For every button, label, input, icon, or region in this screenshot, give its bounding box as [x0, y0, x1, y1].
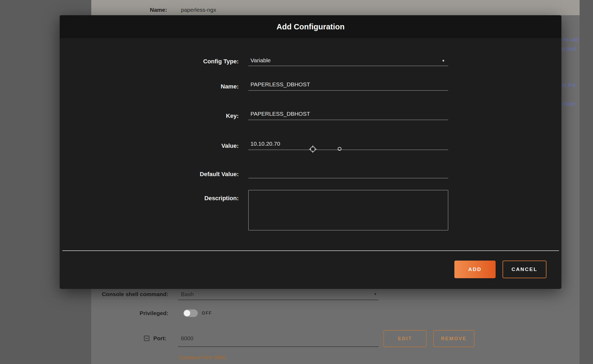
- remove-button[interactable]: REMOVE: [433, 330, 474, 347]
- help-text-fragment: st the: [562, 82, 576, 88]
- crosshair-cursor-icon: [309, 145, 317, 153]
- input-underline: [178, 346, 379, 347]
- default-value-label: Default Value:: [158, 169, 239, 180]
- container-name-label: Name:: [150, 4, 167, 16]
- port-label: Port:: [153, 333, 166, 344]
- input-underline: [178, 300, 379, 300]
- key-input[interactable]: [248, 109, 448, 120]
- name-input[interactable]: [248, 79, 448, 91]
- key-label: Key:: [158, 110, 239, 122]
- circle-cursor-icon: [338, 147, 341, 151]
- privileged-label: Privileged:: [61, 308, 168, 319]
- config-type-selected-value: Variable: [250, 55, 271, 66]
- port-value-field[interactable]: 8000: [181, 333, 193, 344]
- modal-header: Add Configuration: [60, 15, 561, 38]
- name-label: Name:: [158, 81, 239, 92]
- default-value-input[interactable]: [248, 167, 448, 178]
- privileged-toggle[interactable]: [183, 309, 198, 317]
- value-label: Value:: [158, 140, 239, 152]
- container-port-text: Container Port: 8000: [179, 355, 226, 361]
- config-type-label: Config Type:: [158, 56, 239, 67]
- description-label: Description:: [158, 193, 239, 204]
- config-type-select[interactable]: Variable ▼: [248, 55, 448, 66]
- chevron-down-icon: ▼: [442, 59, 445, 63]
- collapse-minus-icon[interactable]: [144, 336, 149, 341]
- help-text-fragment: nsole.: [562, 100, 577, 107]
- container-name-value: paperless-ngx: [181, 4, 216, 16]
- value-input[interactable]: [248, 139, 448, 150]
- modal-title: Add Configuration: [60, 15, 561, 38]
- chevron-down-icon[interactable]: ▼: [374, 292, 377, 296]
- console-shell-label: Console shell command:: [61, 289, 168, 300]
- help-text-fragment: g and: [562, 45, 576, 52]
- help-text-fragment: ou can: [562, 36, 579, 42]
- footer-divider: [62, 250, 559, 251]
- description-textarea[interactable]: [248, 190, 448, 230]
- toggle-knob-icon: [184, 310, 190, 316]
- console-shell-select[interactable]: Bash: [181, 289, 194, 300]
- add-button[interactable]: ADD: [454, 261, 496, 278]
- page: Name: paperless-ngx ou can g and st the …: [0, 0, 593, 364]
- cancel-button[interactable]: CANCEL: [503, 261, 546, 278]
- edit-button[interactable]: EDIT: [383, 330, 427, 347]
- privileged-state: OFF: [202, 311, 212, 316]
